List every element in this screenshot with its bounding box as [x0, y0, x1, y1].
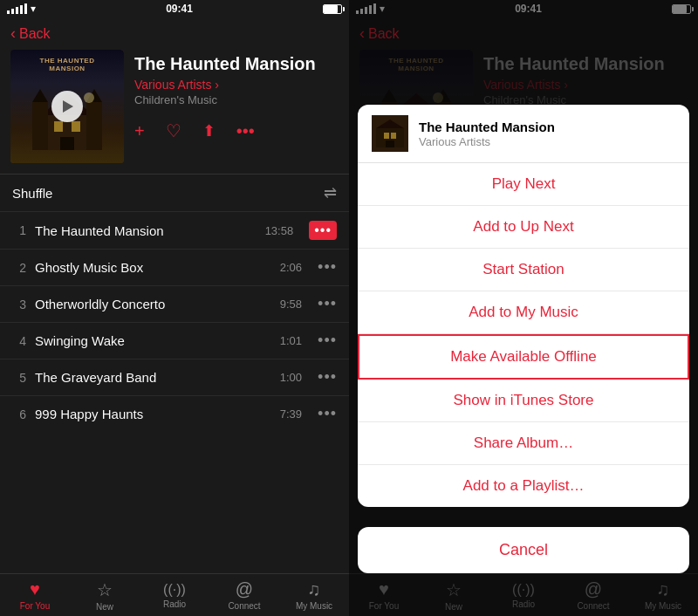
left-back-button[interactable]: ‹ Back	[0, 17, 349, 50]
track-more-button-4[interactable]: •••	[318, 332, 337, 350]
signal-icon	[7, 3, 27, 14]
nav-radio[interactable]: ((·)) Radio	[140, 574, 209, 616]
track-item-5[interactable]: 5 The Graveyard Band 1:00 •••	[0, 359, 349, 395]
context-album-thumb	[372, 115, 408, 152]
nav-connect-label: Connect	[228, 601, 260, 611]
left-back-label: Back	[19, 26, 51, 42]
left-bottom-nav: ♥ For You ☆ New ((·)) Radio @ Connect ♫ …	[0, 573, 349, 616]
left-panel: ▾ 09:41 ‹ Back The HauntedMansion	[0, 0, 349, 616]
svg-rect-7	[54, 121, 63, 132]
context-menu: The Haunted Mansion Various Artists Play…	[358, 105, 689, 507]
track-name-4: Swinging Wake	[35, 333, 271, 348]
left-album-actions: + ♡ ⬆ •••	[134, 120, 339, 141]
nav-connect[interactable]: @ Connect	[209, 574, 279, 616]
track-name-6: 999 Happy Haunts	[35, 407, 271, 421]
track-num-5: 5	[12, 371, 26, 385]
track-num-6: 6	[12, 407, 26, 421]
left-album-header: The HauntedMansion	[0, 50, 349, 174]
nav-my-music[interactable]: ♫ My Music	[279, 574, 349, 616]
track-num-4: 4	[12, 334, 26, 348]
context-cancel-button[interactable]: Cancel	[358, 527, 689, 573]
track-name-5: The Graveyard Band	[35, 370, 271, 385]
shuffle-row[interactable]: Shuffle ⇌	[0, 174, 349, 211]
left-status-right	[323, 4, 342, 14]
album-art-text: The HauntedMansion	[10, 57, 124, 72]
context-share-album[interactable]: Share Album…	[358, 422, 689, 465]
track-num-3: 3	[12, 298, 26, 311]
context-add-to-my-music[interactable]: Add to My Music	[358, 291, 689, 334]
context-add-to-up-next[interactable]: Add to Up Next	[358, 206, 689, 249]
context-start-station[interactable]: Start Station	[358, 249, 689, 291]
wifi-icon: ▾	[31, 3, 36, 15]
track-item-1[interactable]: 1 The Haunted Mansion 13:58 •••	[0, 211, 349, 249]
nav-radio-label: Radio	[163, 599, 186, 609]
track-duration-4: 1:01	[280, 334, 302, 347]
right-panel: ▾ 09:41 ‹ Back The HauntedMansion	[349, 0, 698, 616]
track-more-button-1[interactable]: •••	[309, 221, 337, 240]
context-play-next[interactable]: Play Next	[358, 163, 689, 206]
battery-icon	[323, 4, 342, 14]
nav-for-you[interactable]: ♥ For You	[0, 574, 70, 616]
track-more-button-5[interactable]: •••	[318, 368, 337, 387]
svg-rect-9	[60, 137, 74, 150]
track-num-1: 1	[12, 223, 26, 237]
left-back-chevron-icon: ‹	[10, 24, 16, 43]
my-music-icon: ♫	[308, 579, 321, 599]
track-duration-3: 9:58	[280, 298, 302, 311]
context-make-available-offline[interactable]: Make Available Offline	[358, 334, 689, 380]
track-name-3: Otherworldly Concerto	[35, 297, 271, 311]
context-add-to-playlist[interactable]: Add to a Playlist…	[358, 465, 689, 507]
context-cancel-label: Cancel	[499, 541, 548, 558]
track-duration-5: 1:00	[280, 371, 302, 384]
context-album-info: The Haunted Mansion Various Artists	[419, 120, 675, 148]
track-item-2[interactable]: 2 Ghostly Music Box 2:06 •••	[0, 249, 349, 285]
track-name-2: Ghostly Music Box	[35, 260, 271, 275]
svg-rect-24	[384, 133, 389, 139]
track-more-button-3[interactable]: •••	[318, 295, 337, 313]
context-album-title: The Haunted Mansion	[419, 120, 675, 134]
context-thumb-svg	[372, 115, 408, 152]
track-name-1: The Haunted Mansion	[35, 223, 257, 238]
left-album-artist[interactable]: Various Artists ›	[134, 78, 339, 92]
context-menu-header: The Haunted Mansion Various Artists	[358, 105, 689, 163]
left-status-bar: ▾ 09:41	[0, 0, 349, 17]
more-icon[interactable]: •••	[236, 121, 255, 141]
nav-new-label: New	[96, 602, 113, 612]
left-album-art[interactable]: The HauntedMansion	[10, 50, 124, 163]
left-clock: 09:41	[166, 3, 193, 15]
play-icon	[63, 100, 73, 113]
svg-rect-3	[32, 102, 48, 150]
track-item-3[interactable]: 3 Otherworldly Concerto 9:58 •••	[0, 285, 349, 322]
track-item-6[interactable]: 6 999 Happy Haunts 7:39 •••	[0, 395, 349, 432]
left-album-genre: Children's Music	[134, 93, 339, 106]
shuffle-icon: ⇌	[324, 183, 337, 202]
track-item-4[interactable]: 4 Swinging Wake 1:01 •••	[0, 322, 349, 359]
track-more-button-2[interactable]: •••	[318, 258, 337, 277]
left-album-info: The Haunted Mansion Various Artists › Ch…	[134, 50, 339, 163]
nav-for-you-label: For You	[20, 601, 50, 611]
love-icon[interactable]: ♡	[166, 120, 181, 141]
left-status-left: ▾	[7, 3, 36, 15]
track-list: 1 The Haunted Mansion 13:58 ••• 2 Ghostl…	[0, 211, 349, 573]
for-you-icon: ♥	[30, 579, 40, 599]
track-duration-6: 7:39	[280, 407, 302, 421]
new-icon: ☆	[97, 579, 113, 600]
context-show-in-itunes[interactable]: Show in iTunes Store	[358, 380, 689, 422]
share-icon[interactable]: ⬆	[202, 121, 216, 140]
shuffle-label: Shuffle	[12, 186, 52, 201]
track-duration-1: 13:58	[265, 224, 294, 237]
svg-rect-5	[86, 102, 102, 150]
track-more-button-6[interactable]: •••	[318, 405, 337, 423]
svg-rect-26	[386, 140, 394, 147]
left-album-title: The Haunted Mansion	[134, 53, 339, 74]
nav-my-music-label: My Music	[296, 601, 332, 611]
svg-point-10	[84, 92, 94, 103]
add-icon[interactable]: +	[134, 121, 145, 141]
connect-icon: @	[236, 579, 253, 599]
track-duration-2: 2:06	[280, 261, 302, 274]
track-num-2: 2	[12, 261, 26, 275]
nav-new[interactable]: ☆ New	[70, 574, 140, 616]
svg-rect-8	[72, 121, 80, 132]
play-button[interactable]	[51, 91, 83, 122]
svg-rect-25	[391, 133, 396, 139]
